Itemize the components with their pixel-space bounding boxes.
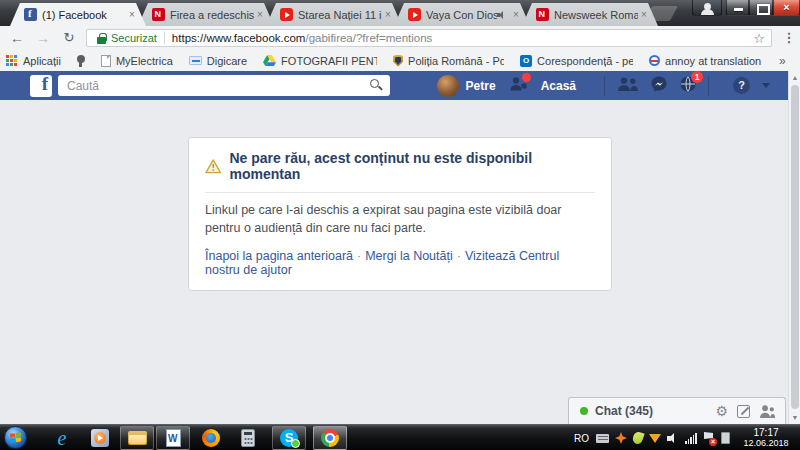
bookmark-fotografii[interactable]: FOTOGRAFII PENTRU <box>263 55 377 67</box>
online-status-dot <box>580 407 588 415</box>
bookmark-politia-romana[interactable]: Poliția Română - Pol <box>393 55 504 67</box>
vertical-scrollbar[interactable]: ▲ ▼ <box>788 71 800 424</box>
tab-close-icon[interactable]: × <box>254 9 266 21</box>
omnibox-divider <box>164 32 165 44</box>
account-menu-caret-icon[interactable] <box>762 83 770 88</box>
windows-taskbar: e S RO 17:17 12.06.2018 <box>0 424 800 450</box>
back-to-previous-link[interactable]: Înapoi la pagina anterioară <box>205 249 353 263</box>
notifications-globe-icon[interactable]: 1 <box>680 76 696 96</box>
volume-icon[interactable] <box>667 433 679 444</box>
forward-button[interactable]: → <box>32 28 54 48</box>
facebook-search[interactable] <box>58 75 390 96</box>
taskbar-internet-explorer[interactable]: e <box>45 426 79 450</box>
go-to-newsfeed-link[interactable]: Mergi la Noutăți <box>365 249 453 263</box>
warning-triangle-tray-icon[interactable] <box>649 434 661 443</box>
bookmark-star-icon[interactable]: ☆ <box>753 31 765 46</box>
start-button[interactable] <box>4 426 27 449</box>
bookmarks-overflow-icon[interactable]: » <box>779 54 786 68</box>
window-close-button[interactable]: × <box>773 0 800 16</box>
keyboard-icon[interactable] <box>596 434 609 443</box>
chrome-icon <box>321 429 339 447</box>
taskbar-file-explorer[interactable] <box>120 426 154 450</box>
search-input[interactable] <box>58 75 390 96</box>
window-minimize-button[interactable] <box>726 0 749 16</box>
facebook-logo-icon[interactable] <box>30 75 52 97</box>
friends-icon[interactable] <box>617 77 638 95</box>
globe-icon <box>649 55 660 66</box>
youtube-favicon-icon <box>408 8 421 21</box>
chat-bar[interactable]: Chat (345) ⚙ <box>568 397 786 424</box>
chat-settings-gear-icon[interactable]: ⚙ <box>715 404 728 418</box>
facebook-favicon-icon <box>24 8 37 21</box>
device-icon[interactable] <box>721 432 730 444</box>
bookmark-pin-only[interactable] <box>77 55 85 67</box>
taskbar-firefox[interactable] <box>194 426 228 450</box>
bookmark-digicare[interactable]: Digicare <box>189 55 247 67</box>
link-separator: · <box>357 249 361 263</box>
notification-badge: 1 <box>691 71 703 83</box>
tab-title: Vaya Con Dios - P <box>426 9 497 21</box>
error-divider <box>205 192 595 193</box>
contacts-icon[interactable] <box>759 405 775 418</box>
tab-firea-article[interactable]: Firea a redeschis pagi × <box>138 3 274 26</box>
apps-shortcut[interactable]: Aplicații <box>6 55 61 67</box>
friend-requests-icon[interactable] <box>510 77 527 95</box>
bookmark-corespondenta[interactable]: O Corespondență - pe <box>520 55 633 67</box>
avatar[interactable] <box>437 75 459 97</box>
network-signal-icon[interactable] <box>685 433 698 444</box>
clock-time: 17:17 <box>736 427 796 438</box>
taskbar-media-player[interactable] <box>83 426 117 450</box>
tab-title: Starea Nației 11 iunie <box>298 9 382 21</box>
bookmark-annoy-translation[interactable]: annoy at translation <box>649 55 761 67</box>
messenger-icon[interactable] <box>651 76 667 96</box>
tab-vaya-con-dios[interactable]: Vaya Con Dios - P × <box>394 3 530 26</box>
tab-audio-icon[interactable] <box>497 10 507 20</box>
profile-name-link[interactable]: Petre <box>466 79 496 93</box>
reload-button[interactable]: ↻ <box>58 28 80 48</box>
antivirus-icon[interactable] <box>615 432 627 444</box>
facebook-page-content: Ne pare rău, acest conținut nu este disp… <box>0 100 788 424</box>
scroll-down-icon[interactable]: ▼ <box>789 411 800 424</box>
clock[interactable]: 17:17 12.06.2018 <box>736 427 796 449</box>
calculator-icon <box>241 429 255 447</box>
facebook-header-right: Petre Acasă 1 ? <box>437 75 774 97</box>
firefox-icon <box>202 429 220 447</box>
leaf-app-icon[interactable] <box>631 431 644 446</box>
header-divider <box>604 76 605 96</box>
back-button[interactable]: ← <box>6 28 28 48</box>
tab-close-icon[interactable]: × <box>510 9 522 21</box>
scrollbar-thumb[interactable] <box>791 85 799 409</box>
security-label[interactable]: Securizat <box>111 32 157 44</box>
tab-facebook[interactable]: (1) Facebook × <box>10 3 146 26</box>
browser-menu-icon[interactable]: ⋮ <box>781 29 797 47</box>
taskbar-calculator[interactable] <box>231 426 265 450</box>
newsweek-favicon-icon <box>536 8 549 21</box>
bookmark-label: FOTOGRAFII PENTRU <box>281 55 377 67</box>
tab-close-icon[interactable]: × <box>382 9 394 21</box>
tab-close-icon[interactable]: × <box>638 9 650 21</box>
action-center-flag-icon[interactable] <box>704 432 715 444</box>
police-crest-icon <box>393 55 403 67</box>
address-bar[interactable]: Securizat https://www.facebook.com/gabif… <box>86 29 772 47</box>
taskbar-skype[interactable]: S <box>272 426 306 450</box>
bookmark-myelectrica[interactable]: MyElectrica <box>101 55 173 67</box>
language-indicator[interactable]: RO <box>574 433 589 444</box>
scroll-up-icon[interactable]: ▲ <box>789 71 800 84</box>
search-icon[interactable] <box>370 79 382 91</box>
tab-starea-natiei[interactable]: Starea Nației 11 iunie × <box>266 3 402 26</box>
tab-title: (1) Facebook <box>42 9 126 21</box>
window-maximize-button[interactable] <box>749 0 773 16</box>
chat-icons: ⚙ <box>715 404 775 418</box>
error-card: Ne pare rău, acest conținut nu este disp… <box>188 137 612 291</box>
browser-profile-button[interactable] <box>692 0 722 16</box>
new-message-icon[interactable] <box>737 405 750 418</box>
home-link[interactable]: Acasă <box>541 79 576 93</box>
taskbar-chrome[interactable] <box>313 426 347 450</box>
help-icon[interactable]: ? <box>733 77 750 94</box>
outlook-icon: O <box>520 55 532 67</box>
taskbar-word[interactable] <box>156 426 190 450</box>
tab-newsweek-romania[interactable]: Newsweek Romania × <box>522 3 658 26</box>
tab-close-icon[interactable]: × <box>126 9 138 21</box>
youtube-favicon-icon <box>280 8 293 21</box>
apps-grid-icon <box>6 55 18 67</box>
